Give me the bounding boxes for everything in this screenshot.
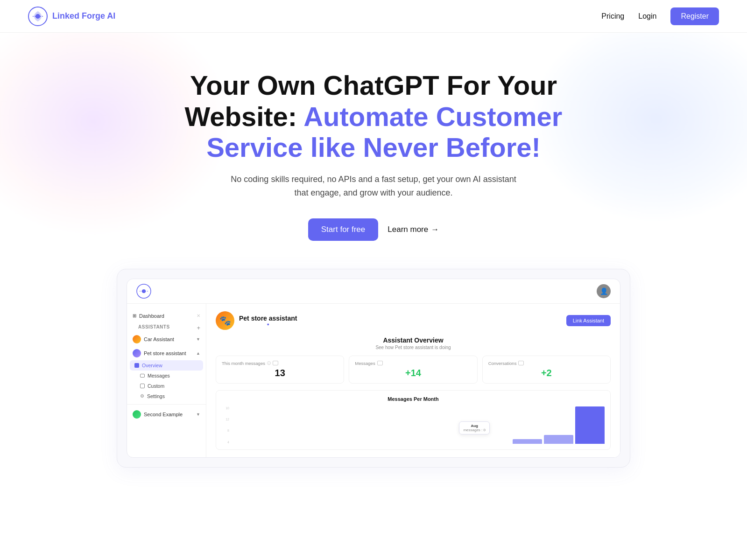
- learn-more-button[interactable]: Learn more →: [388, 225, 439, 234]
- dash-logo-icon: [136, 284, 151, 299]
- chart-section: Messages Per Month 10 12 8 4: [216, 390, 611, 450]
- chart-bar-col: [513, 406, 542, 444]
- user-avatar: 👤: [597, 284, 611, 298]
- sidebar-sub-settings[interactable]: ⚙ Settings: [127, 391, 206, 401]
- chevron-down-icon: ▼: [196, 337, 200, 342]
- tooltip-val: messages : 0: [463, 428, 486, 432]
- dash-main: 🐾 Pet store assistant ● Link Assistant A…: [206, 304, 620, 457]
- chart-bar-col: [356, 406, 385, 444]
- chart-bar-col: [575, 406, 605, 444]
- chart-bar-col: [293, 406, 322, 444]
- start-free-button[interactable]: Start for free: [308, 218, 378, 241]
- chart-bar-col: [324, 406, 354, 444]
- add-assistant-icon[interactable]: +: [197, 324, 200, 331]
- sidebar-item-second[interactable]: Second Example ▼: [127, 407, 206, 421]
- stat-label-3: Conversations: [488, 361, 605, 366]
- tooltip-month: Aug: [463, 424, 486, 428]
- hero-heading: Your Own ChatGPT For Your Website: Autom…: [163, 70, 584, 163]
- chart-bar-col: [544, 406, 573, 444]
- chart-bar-col: [418, 406, 448, 444]
- dash-sidebar: ⊞ Dashboard ✕ Assistants +: [127, 304, 206, 457]
- assistant-info: 🐾 Pet store assistant ●: [216, 311, 297, 330]
- navbar: Linked Forge AI Pricing Login Register: [0, 0, 747, 33]
- hero-subtext: No coding skills required, no APIs and a…: [229, 173, 518, 200]
- assistant-name: Pet store assistant: [239, 315, 297, 322]
- chart-bar-col: [230, 406, 260, 444]
- sidebar-item-car[interactable]: Car Assistant ▼: [127, 332, 206, 346]
- logo[interactable]: Linked Forge AI: [28, 7, 115, 26]
- sidebar-sub-custom[interactable]: Custom: [127, 381, 206, 391]
- assistant-status: ●: [239, 322, 297, 327]
- info-icon: ⓘ: [267, 361, 271, 366]
- stat-value-3: +2: [488, 368, 605, 378]
- stat-card-messages: Messages +14: [349, 356, 477, 384]
- dashboard-preview: 👤 ⊞ Dashboard ✕ Assistants +: [117, 269, 630, 468]
- sidebar-divider: [127, 404, 206, 405]
- pricing-link[interactable]: Pricing: [601, 12, 624, 21]
- overview-title: Assistant Overview: [216, 336, 611, 344]
- chart-bar: [513, 439, 542, 443]
- stat-card-messages-month: This month messages ⓘ 13: [216, 356, 344, 384]
- link-assistant-button[interactable]: Link Assistant: [566, 315, 611, 326]
- logo-text: Linked Forge AI: [52, 11, 115, 21]
- svg-point-1: [35, 14, 40, 19]
- sidebar-sub-messages[interactable]: Messages: [127, 371, 206, 381]
- assistant-avatar: 🐾: [216, 311, 234, 330]
- sidebar-item-pet[interactable]: Pet store assistant ▲: [127, 346, 206, 360]
- second-avatar: [133, 410, 141, 419]
- logo-icon: [28, 7, 48, 26]
- stat-label-1: This month messages ⓘ: [222, 361, 338, 366]
- assistant-header: 🐾 Pet store assistant ● Link Assistant: [216, 311, 611, 330]
- chart-title: Messages Per Month: [222, 396, 605, 402]
- dashboard-inner: 👤 ⊞ Dashboard ✕ Assistants +: [127, 279, 620, 458]
- sidebar-sub-overview[interactable]: Overview: [130, 360, 203, 371]
- overview-icon: [134, 363, 139, 368]
- conversations-stat-icon: [518, 361, 524, 365]
- register-button[interactable]: Register: [670, 7, 719, 25]
- chevron-up-icon: ▲: [196, 351, 200, 356]
- hero-actions: Start for free Learn more →: [28, 218, 719, 241]
- stat-card-conversations: Conversations +2: [482, 356, 611, 384]
- pet-avatar: [133, 349, 141, 357]
- chart-area: 10 12 8 4 Aug: [222, 406, 605, 444]
- messages-stat-icon: [377, 361, 383, 365]
- messages-icon: [140, 374, 145, 378]
- chart-bar: [544, 435, 573, 444]
- settings-icon: ⚙: [140, 393, 144, 399]
- dash-topbar: 👤: [127, 279, 620, 304]
- assistants-label: Assistants: [133, 324, 176, 331]
- stat-value-2: +14: [355, 368, 471, 378]
- chart-bar-col: [261, 406, 291, 444]
- chart-columns: [222, 406, 605, 444]
- hero-section: Your Own ChatGPT For Your Website: Autom…: [0, 33, 747, 496]
- close-icon: ✕: [197, 313, 200, 318]
- overview-sub: See how Pet store assistant is doing: [216, 345, 611, 350]
- calendar-icon: [273, 361, 278, 365]
- second-chevron-icon: ▼: [196, 412, 200, 417]
- chart-bar: [575, 406, 605, 444]
- car-avatar: [133, 335, 141, 343]
- chart-bar-col: [387, 406, 416, 444]
- login-link[interactable]: Login: [638, 12, 656, 21]
- arrow-icon: →: [431, 225, 439, 234]
- stat-label-2: Messages: [355, 361, 471, 366]
- nav-links: Pricing Login Register: [601, 7, 719, 25]
- stats-row: This month messages ⓘ 13 Messages +: [216, 356, 611, 384]
- assistant-name-block: Pet store assistant ●: [239, 315, 297, 327]
- sidebar-item-dashboard[interactable]: ⊞ Dashboard ✕: [127, 310, 206, 322]
- dash-body: ⊞ Dashboard ✕ Assistants +: [127, 304, 620, 457]
- stat-value-1: 13: [222, 368, 338, 378]
- custom-icon: [140, 384, 145, 388]
- chart-tooltip: Aug messages : 0: [459, 421, 490, 434]
